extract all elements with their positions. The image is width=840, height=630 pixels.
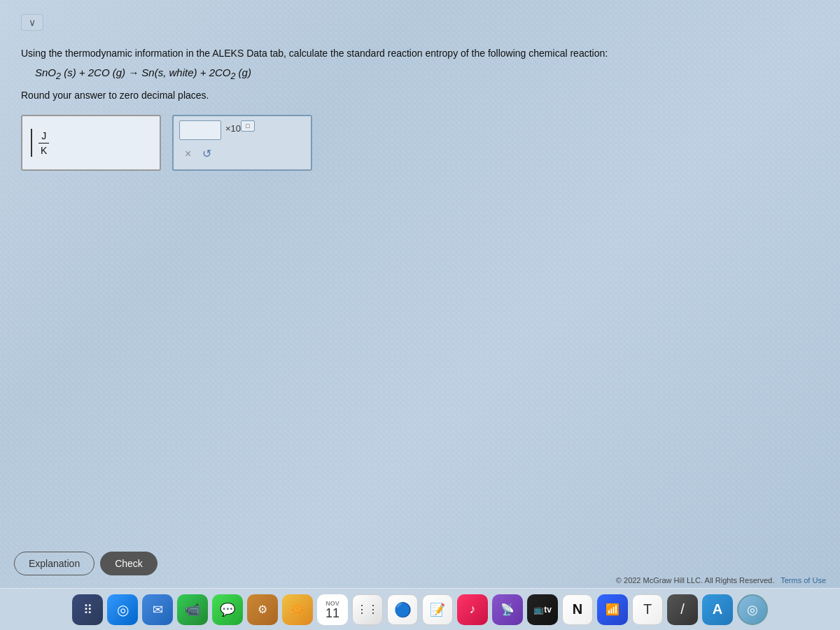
x10-notation: ×10 □ xyxy=(225,120,255,134)
music-icon: ♪ xyxy=(470,602,476,617)
dock-item-appletv[interactable]: 📺tv xyxy=(527,594,558,625)
dock-item-notion[interactable]: N xyxy=(562,594,593,625)
unit-denominator: K xyxy=(38,144,50,156)
undo-button[interactable]: ↺ xyxy=(202,147,211,160)
sci-notation-box[interactable]: ×10 □ × ↺ xyxy=(172,115,312,171)
settings-circle-icon: ◎ xyxy=(747,602,758,617)
safari-icon: ◎ xyxy=(117,601,129,618)
notion-icon: N xyxy=(573,601,582,617)
slash-icon: / xyxy=(680,601,685,617)
dock-item-settings-circle[interactable]: ◎ xyxy=(737,594,768,625)
sci-action-buttons: × ↺ xyxy=(179,144,217,163)
appletv-icon: 📺tv xyxy=(533,605,552,615)
dock-item-signal[interactable]: 📶 xyxy=(597,594,628,625)
cursor xyxy=(31,129,32,157)
dock-item-mail[interactable]: ✉ xyxy=(142,594,173,625)
launchpad-icon: ⠿ xyxy=(83,602,92,617)
mail-icon: ✉ xyxy=(153,602,163,617)
dock-item-translate[interactable]: A xyxy=(702,594,733,625)
reminders-icon: ⋮⋮ xyxy=(356,603,379,616)
messages-icon: 💬 xyxy=(220,602,235,617)
check-button[interactable]: Check xyxy=(100,552,158,575)
reactant1: SnO2 (s) + 2CO (g) → Sn(s, white) + 2CO2… xyxy=(35,66,251,78)
dock-item-calendar[interactable]: NOV 11 xyxy=(317,594,348,625)
clear-button[interactable]: × xyxy=(185,148,191,160)
dock-item-notes[interactable]: 📝 xyxy=(422,594,453,625)
answer-area: J K ×10 □ × ↺ xyxy=(21,115,819,171)
dock-item-slash[interactable]: / xyxy=(667,594,698,625)
answer-input-box[interactable]: J K xyxy=(21,115,161,171)
translate-icon: A xyxy=(713,601,722,617)
dock-item-facetime[interactable]: 📹 xyxy=(177,594,208,625)
finder-icon: 🔆 xyxy=(290,603,304,616)
calendar-month: NOV xyxy=(326,600,340,607)
exponent-box[interactable]: □ xyxy=(241,120,255,132)
macos-dock: ⠿ ◎ ✉ 📹 💬 ⚙ 🔆 NOV 11 ⋮⋮ 🔵 📝 ♪ xyxy=(0,588,840,630)
notes-icon: 📝 xyxy=(430,602,445,617)
unit-fraction: J K xyxy=(38,130,50,156)
copyright-notice: © 2022 McGraw Hill LLC. All Rights Reser… xyxy=(616,576,826,584)
x10-text: ×10 xyxy=(225,123,241,134)
system-pref-icon: ⚙ xyxy=(258,603,267,616)
dock-item-chrome[interactable]: 🔵 xyxy=(387,594,418,625)
sci-mantissa-field[interactable] xyxy=(179,120,221,140)
chevron-down-button[interactable]: ∨ xyxy=(21,14,43,31)
sci-input-row: ×10 □ xyxy=(179,120,255,140)
dock-item-messages[interactable]: 💬 xyxy=(212,594,243,625)
terms-of-use-link[interactable]: Terms of Use xyxy=(780,576,826,584)
question-intro: Using the thermodynamic information in t… xyxy=(21,46,819,61)
dock-item-font[interactable]: T xyxy=(632,594,663,625)
dock-item-reminders[interactable]: ⋮⋮ xyxy=(352,594,383,625)
explanation-button[interactable]: Explanation xyxy=(14,552,94,575)
chrome-icon: 🔵 xyxy=(394,601,412,618)
dock-item-system-pref[interactable]: ⚙ xyxy=(247,594,278,625)
dock-item-launchpad[interactable]: ⠿ xyxy=(72,594,103,625)
dock-item-finder[interactable]: 🔆 xyxy=(282,594,313,625)
signal-icon: 📶 xyxy=(606,603,620,616)
chemical-equation: SnO2 (s) + 2CO (g) → Sn(s, white) + 2CO2… xyxy=(35,66,819,81)
unit-numerator: J xyxy=(38,130,49,144)
exponent-value: □ xyxy=(246,122,249,130)
podcasts-icon: 📡 xyxy=(500,603,514,616)
dock-item-safari[interactable]: ◎ xyxy=(107,594,138,625)
main-content: ∨ Using the thermodynamic information in… xyxy=(0,0,840,588)
dock-item-music[interactable]: ♪ xyxy=(457,594,488,625)
calendar-day: 11 xyxy=(326,607,340,620)
dock-item-podcasts[interactable]: 📡 xyxy=(492,594,523,625)
facetime-icon: 📹 xyxy=(185,602,200,617)
round-instruction: Round your answer to zero decimal places… xyxy=(21,90,819,101)
font-icon: T xyxy=(643,601,652,617)
copyright-text: © 2022 McGraw Hill LLC. All Rights Reser… xyxy=(616,576,774,584)
